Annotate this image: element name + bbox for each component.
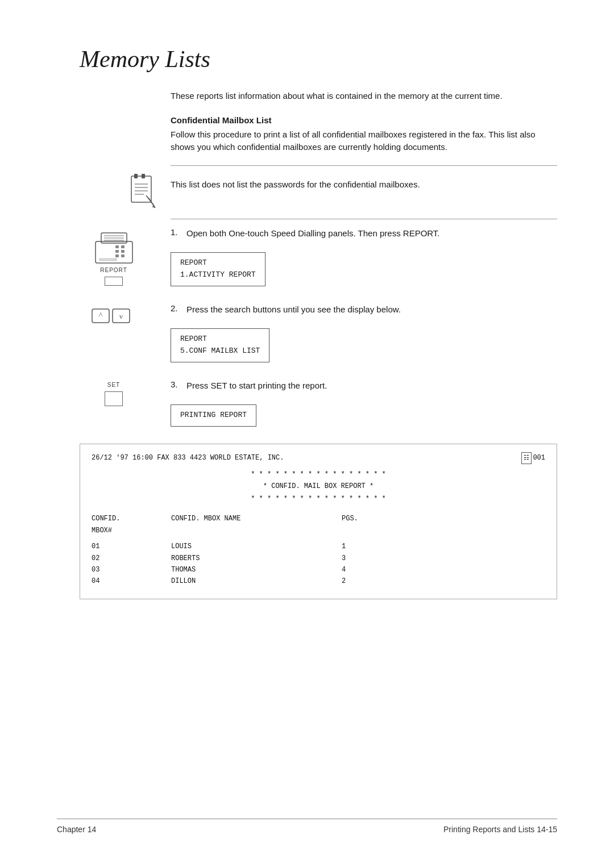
fax-row-2-num: 02 [92, 553, 137, 564]
fax-row-3-name: THOMAS [137, 564, 308, 575]
divider-top [171, 165, 557, 166]
svg-text:v: v [119, 312, 123, 320]
note-block: This list does not list the passwords fo… [171, 174, 557, 195]
fax-col-header-pgs: PGS. [308, 513, 353, 536]
fax-table-header: CONFID. MBOX# CONFID. MBOX NAME PGS. [92, 513, 545, 536]
fax-row-1-name: LOUIS [137, 541, 308, 552]
fax-row-1-num: 01 [92, 541, 137, 552]
svg-rect-1 [134, 174, 138, 178]
fax-row-4: 04 DILLON 2 [92, 575, 545, 587]
svg-rect-19 [115, 254, 119, 257]
step-2-content: 2. Press the search buttons until you se… [171, 303, 557, 368]
fax-header-text: 26/12 '97 16:00 FAX 833 4423 WORLD ESTAT… [92, 452, 284, 464]
fax-col-header-num: CONFID. MBOX# [92, 513, 137, 536]
fax-report-sample: 26/12 '97 16:00 FAX 833 4423 WORLD ESTAT… [80, 444, 557, 599]
step-1-icon-col: REPORT [57, 227, 171, 292]
fax-column-headers: CONFID. MBOX# CONFID. MBOX NAME PGS. [92, 513, 545, 536]
section-heading: Confidential Mailbox List [171, 115, 557, 125]
fax-stars-line-2: * CONFID. MAIL BOX REPORT * [92, 481, 545, 493]
set-button-icon [105, 391, 123, 406]
step-2-icon-col: ^ v [57, 303, 171, 368]
report-button-icon [105, 277, 123, 286]
note-text: This list does not list the passwords fo… [171, 180, 557, 189]
step-1-display-line-2: 1.ACTIVITY REPORT [180, 270, 256, 279]
page-title: Memory Lists [80, 45, 557, 73]
fax-row-2-pgs: 3 [308, 553, 353, 564]
fax-row-4-name: DILLON [137, 575, 308, 587]
step-3-content: 3. Press SET to start printing the repor… [171, 379, 557, 432]
step-2-number: 2. [171, 303, 186, 313]
svg-text:^: ^ [99, 311, 103, 320]
step-1-display: REPORT 1.ACTIVITY REPORT [171, 252, 265, 286]
step-2-display: REPORT 5.CONF MAILBX LIST [171, 328, 269, 362]
fax-stars-line-1: * * * * * * * * * * * * * * * * * [92, 469, 545, 481]
step-3-display-line-1: PRINTING REPORT [180, 411, 247, 419]
fax-row-2: 02 ROBERTS 3 [92, 553, 545, 564]
step-3-icon-col: SET [57, 379, 171, 432]
step-3-number: 3. [171, 379, 186, 389]
divider-bottom [171, 219, 557, 219]
arrow-buttons-icon: ^ v [91, 303, 136, 327]
step-1-display-line-1: REPORT [180, 258, 207, 267]
footer-right: Printing Reports and Lists 14-15 [443, 825, 557, 834]
footer-left: Chapter 14 [57, 825, 96, 834]
fax-page-num: ☷ 001 [521, 452, 545, 464]
step-2-display-line-1: REPORT [180, 335, 207, 343]
note-icon [114, 174, 171, 211]
fax-stars-line-3: * * * * * * * * * * * * * * * * * [92, 493, 545, 506]
fax-report-header: 26/12 '97 16:00 FAX 833 4423 WORLD ESTAT… [92, 452, 545, 464]
svg-rect-21 [99, 258, 117, 261]
fax-row-3: 03 THOMAS 4 [92, 564, 545, 575]
fax-page-number: 001 [533, 452, 545, 464]
svg-rect-16 [121, 245, 125, 248]
fax-row-4-pgs: 2 [308, 575, 353, 587]
fax-table-rows: 01 LOUIS 1 02 ROBERTS 3 03 THOMAS 4 04 D… [92, 541, 545, 587]
set-label: SET [107, 382, 120, 388]
fax-row-4-num: 04 [92, 575, 137, 587]
fax-row-1: 01 LOUIS 1 [92, 541, 545, 552]
fax-row-3-pgs: 4 [308, 564, 353, 575]
fax-row-3-num: 03 [92, 564, 137, 575]
step-3-text: Press SET to start printing the report. [186, 379, 327, 393]
step-3-display: PRINTING REPORT [171, 404, 256, 427]
step-2-display-line-2: 5.CONF MAILBX LIST [180, 347, 260, 355]
page: Memory Lists These reports list informat… [0, 0, 614, 868]
step-2-text: Press the search buttons until you see t… [186, 303, 401, 316]
step-3-section: SET 3. Press SET to start printing the r… [57, 379, 557, 432]
step-1-section: REPORT 1. Open both One-touch Speed Dial… [57, 227, 557, 292]
fax-row-1-pgs: 1 [308, 541, 353, 552]
intro-text: These reports list information about wha… [171, 90, 557, 103]
svg-rect-17 [115, 250, 119, 253]
fax-machine-icon [93, 227, 135, 267]
page-footer: Chapter 14 Printing Reports and Lists 14… [57, 819, 557, 834]
svg-rect-20 [121, 254, 125, 257]
fax-stars-block: * * * * * * * * * * * * * * * * * * CONF… [92, 469, 545, 506]
section-body: Follow this procedure to print a list of… [171, 128, 557, 154]
step-1-number: 1. [171, 227, 186, 237]
svg-rect-15 [115, 245, 119, 248]
step-1-content: 1. Open both One-touch Speed Dialling pa… [171, 227, 557, 292]
fax-col-header-name: CONFID. MBOX NAME [137, 513, 308, 536]
fax-page-icon: ☷ [521, 452, 532, 464]
report-label: REPORT [100, 267, 127, 273]
svg-rect-18 [121, 250, 125, 253]
fax-row-2-name: ROBERTS [137, 553, 308, 564]
svg-rect-2 [142, 174, 145, 178]
step-2-section: ^ v 2. Press the search buttons until yo… [57, 303, 557, 368]
step-1-text: Open both One-touch Speed Dialling panel… [186, 227, 440, 240]
